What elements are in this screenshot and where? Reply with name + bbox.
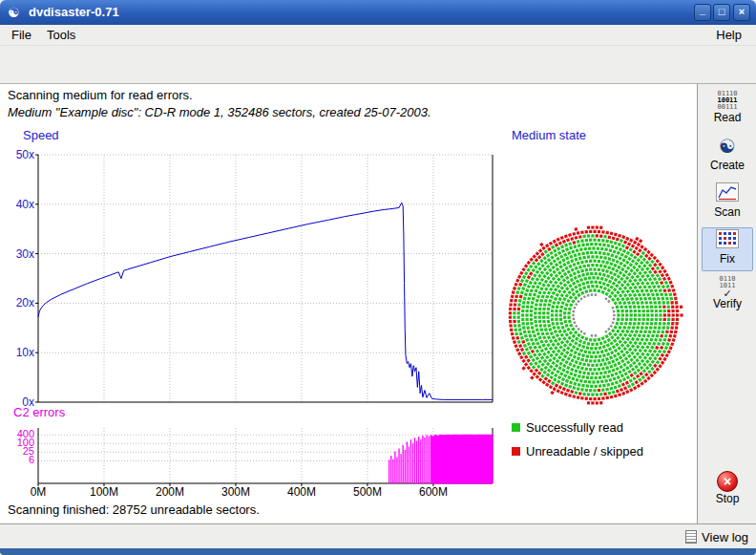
maximize-button[interactable]: □ <box>713 4 730 21</box>
window-title: dvdisaster-0.71 <box>29 0 119 25</box>
read-button[interactable]: 01110 10011 00111 Read <box>702 88 753 132</box>
medium-state-disc <box>504 225 683 405</box>
bottom-bar: View log <box>0 523 756 548</box>
scan-label: Scan <box>702 205 753 219</box>
legend-swatch-read <box>512 423 520 432</box>
read-label: Read <box>702 111 753 124</box>
stop-icon: × <box>717 471 738 492</box>
titlebar[interactable]: ☯ dvdisaster-0.71 _ □ × <box>0 0 756 25</box>
create-label: Create <box>702 159 753 172</box>
scan-results-pane: Scanning medium for read errors. Medium … <box>0 84 697 523</box>
app-icon: ☯ <box>8 4 20 21</box>
scan-finished-status: Scanning finished: 28752 unreadable sect… <box>8 502 260 517</box>
toolbar: Optical drive 52X FW 1.02 ▼ <box>0 46 756 84</box>
verify-button[interactable]: 0110 1011 ✓ Verify <box>702 273 753 317</box>
view-log-button[interactable]: View log <box>685 527 748 546</box>
create-button[interactable]: ☯ Create <box>702 134 753 178</box>
read-binary-icon: 01110 10011 00111 <box>702 88 753 111</box>
action-sidebar: 01110 10011 00111 Read ☯ Create Scan <box>697 84 756 523</box>
menubar: File Tools Help <box>0 25 756 46</box>
checkmark-icon: ✓ <box>702 289 753 297</box>
view-log-label: View log <box>702 530 748 544</box>
fix-button[interactable]: Fix <box>702 227 753 271</box>
minimize-button[interactable]: _ <box>694 4 711 21</box>
menu-tools[interactable]: Tools <box>40 25 82 46</box>
verify-label: Verify <box>702 297 753 310</box>
stop-button[interactable]: × Stop <box>702 468 753 512</box>
menu-file[interactable]: File <box>5 25 38 46</box>
fix-icon <box>715 228 740 249</box>
app-window: ☯ dvdisaster-0.71 _ □ × File Tools Help … <box>0 0 756 555</box>
legend-swatch-unreadable <box>512 447 520 456</box>
fix-label: Fix <box>703 252 752 266</box>
scan-button[interactable]: Scan <box>702 181 753 225</box>
legend-label-read: Successfully read <box>526 420 623 435</box>
close-button[interactable]: × <box>733 4 750 21</box>
stop-label: Stop <box>702 492 753 505</box>
window-frame-bottom <box>0 548 756 555</box>
log-icon <box>685 530 697 544</box>
legend-label-unreadable: Unreadable / skipped <box>526 444 643 459</box>
scan-chart-icon <box>715 181 740 203</box>
yin-yang-icon: ☯ <box>702 134 753 159</box>
menu-help[interactable]: Help <box>709 25 748 46</box>
